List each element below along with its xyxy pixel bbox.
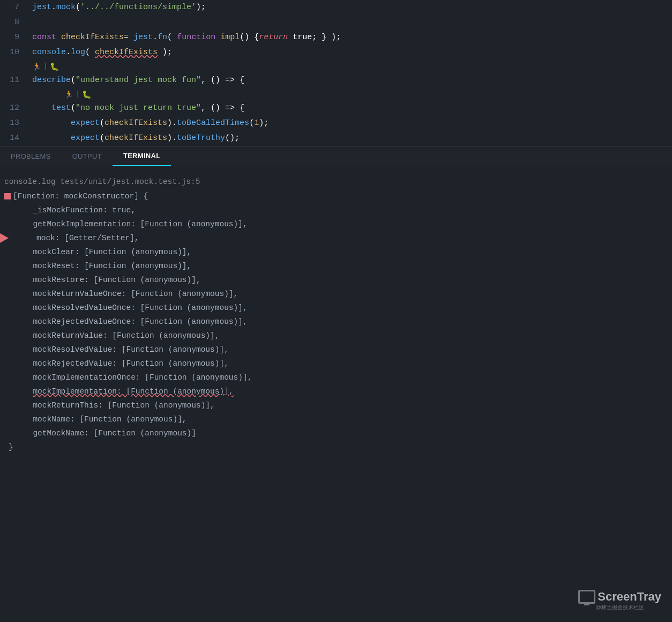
code-line-12: 12 test("no mock just return true", () =… bbox=[0, 101, 672, 116]
terminal-line-7: mockResolvedValueOnce: [Function (anonym… bbox=[0, 301, 672, 315]
terminal-line-14: mockReturnThis: [Function (anonymous)], bbox=[0, 398, 672, 412]
line-num-8: 8 bbox=[0, 15, 28, 30]
terminal-line-1: _isMockFunction: true, bbox=[0, 203, 672, 217]
line-content-13: expect(checkIfExists).toBeCalledTimes(1)… bbox=[28, 116, 672, 131]
divider: | bbox=[43, 62, 48, 71]
terminal-line-constructor: [Function: mockConstructor] { bbox=[0, 189, 672, 203]
terminal-text-12: mockImplementationOnce: [Function (anony… bbox=[19, 371, 252, 384]
terminal-text-close: } bbox=[4, 441, 13, 454]
terminal-text-15: mockName: [Function (anonymous)], bbox=[19, 413, 187, 426]
terminal-line-mock: mock: [Getter/Setter], bbox=[0, 231, 672, 245]
terminal-line-2: getMockImplementation: [Function (anonym… bbox=[0, 217, 672, 231]
code-line-13: 13 expect(checkIfExists).toBeCalledTimes… bbox=[0, 116, 672, 131]
line-num-9: 9 bbox=[0, 30, 28, 45]
terminal-text-16: getMockName: [Function (anonymous)] bbox=[19, 427, 196, 440]
line-num-14: 14 bbox=[0, 131, 28, 146]
tab-problems[interactable]: PROBLEMS bbox=[0, 146, 62, 166]
terminal-text-5: mockRestore: [Function (anonymous)], bbox=[19, 273, 201, 286]
terminal-line-13: mockImplementation: [Function (anonymous… bbox=[0, 384, 672, 398]
terminal-text-13: mockImplementation: [Function (anonymous… bbox=[19, 385, 234, 398]
tab-terminal[interactable]: TERMINAL bbox=[113, 146, 171, 166]
terminal-line-5: mockRestore: [Function (anonymous)], bbox=[0, 273, 672, 287]
terminal-text-7: mockResolvedValueOnce: [Function (anonym… bbox=[19, 301, 248, 314]
code-line-7: 7 jest.mock('../../functions/simple'); bbox=[0, 0, 672, 15]
line-num-11: 11 bbox=[0, 73, 28, 88]
terminal-ref: console.log tests/unit/jest.mock.test.js… bbox=[0, 175, 200, 188]
tab-output[interactable]: OUTPUT bbox=[62, 146, 113, 166]
run-icon-2: 🏃 bbox=[64, 90, 73, 99]
terminal-text-14: mockReturnThis: [Function (anonymous)], bbox=[19, 399, 215, 412]
terminal-line-3: mockClear: [Function (anonymous)], bbox=[0, 245, 672, 259]
terminal-line-8: mockRejectedValueOnce: [Function (anonym… bbox=[0, 315, 672, 329]
emoji-line-11: 🏃 | 🐛 bbox=[0, 88, 672, 101]
terminal-text-11: mockRejectedValue: [Function (anonymous)… bbox=[19, 357, 229, 370]
line-content-10: console.log( checkIfExists ); bbox=[28, 45, 672, 60]
terminal-text-mock: mock: [Getter/Setter], bbox=[19, 232, 139, 245]
bug-icon-2: 🐛 bbox=[82, 90, 91, 99]
red-square-icon bbox=[4, 193, 11, 199]
terminal-text-10: mockResolvedValue: [Function (anonymous)… bbox=[19, 343, 229, 356]
terminal-line-15: mockName: [Function (anonymous)], bbox=[0, 412, 672, 426]
arrow-icon bbox=[0, 233, 9, 243]
terminal-text-9: mockReturnValue: [Function (anonymous)], bbox=[19, 329, 219, 342]
code-line-14: 14 expect(checkIfExists).toBeTruthy(); bbox=[0, 131, 672, 146]
divider-2: | bbox=[76, 90, 80, 99]
code-line-9: 9 const checkIfExists= jest.fn( function… bbox=[0, 30, 672, 45]
terminal-line-4: mockReset: [Function (anonymous)], bbox=[0, 259, 672, 273]
line-content-7: jest.mock('../../functions/simple'); bbox=[28, 0, 672, 15]
screen-tray-icon bbox=[578, 590, 595, 604]
line-num-13: 13 bbox=[0, 116, 28, 131]
line-num-7: 7 bbox=[0, 0, 28, 15]
watermark: ScreenTray @稀土掘金技术社区 bbox=[578, 590, 661, 611]
terminal-line-close: } bbox=[0, 440, 672, 454]
code-line-8: 8 bbox=[0, 15, 672, 30]
line-num-12: 12 bbox=[0, 101, 28, 116]
bug-icon: 🐛 bbox=[50, 62, 59, 71]
terminal-ref-line: console.log tests/unit/jest.mock.test.js… bbox=[0, 175, 672, 189]
terminal-text-6: mockReturnValueOnce: [Function (anonymou… bbox=[19, 287, 238, 300]
terminal-text-3: mockClear: [Function (anonymous)], bbox=[19, 246, 191, 258]
line-content-9: const checkIfExists= jest.fn( function i… bbox=[28, 30, 672, 45]
terminal-line-9: mockReturnValue: [Function (anonymous)], bbox=[0, 329, 672, 343]
terminal-text-8: mockRejectedValueOnce: [Function (anonym… bbox=[19, 315, 248, 328]
terminal-text-4: mockReset: [Function (anonymous)], bbox=[19, 260, 191, 272]
line-content-12: test("no mock just return true", () => { bbox=[28, 101, 672, 116]
terminal-constructor-text: [Function: mockConstructor] { bbox=[13, 190, 148, 203]
terminal-line-10: mockResolvedValue: [Function (anonymous)… bbox=[0, 343, 672, 357]
terminal-area: console.log tests/unit/jest.mock.test.js… bbox=[0, 166, 672, 454]
terminal-line-12: mockImplementationOnce: [Function (anony… bbox=[0, 371, 672, 384]
terminal-line-16: getMockName: [Function (anonymous)] bbox=[0, 426, 672, 440]
code-line-11: 11 describe("understand jest mock fun", … bbox=[0, 73, 672, 88]
emoji-line-10: 🏃 | 🐛 bbox=[0, 60, 672, 73]
terminal-text-2: getMockImplementation: [Function (anonym… bbox=[19, 218, 248, 231]
line-content-11: describe("understand jest mock fun", () … bbox=[28, 73, 672, 88]
terminal-line-11: mockRejectedValue: [Function (anonymous)… bbox=[0, 357, 672, 371]
tab-bar: PROBLEMS OUTPUT TERMINAL bbox=[0, 146, 672, 166]
terminal-text-1: _isMockFunction: true, bbox=[19, 204, 136, 217]
run-icon: 🏃 bbox=[32, 62, 41, 71]
terminal-line-6: mockReturnValueOnce: [Function (anonymou… bbox=[0, 287, 672, 301]
watermark-brand: ScreenTray bbox=[598, 590, 661, 604]
watermark-sub: @稀土掘金技术社区 bbox=[596, 604, 644, 611]
line-content-14: expect(checkIfExists).toBeTruthy(); bbox=[28, 131, 672, 146]
line-num-10: 10 bbox=[0, 45, 28, 60]
editor-area: 7 jest.mock('../../functions/simple'); 8… bbox=[0, 0, 672, 146]
watermark-logo: ScreenTray bbox=[578, 590, 661, 604]
code-line-10: 10 console.log( checkIfExists ); bbox=[0, 45, 672, 60]
watermark-inner: ScreenTray @稀土掘金技术社区 bbox=[578, 590, 661, 611]
